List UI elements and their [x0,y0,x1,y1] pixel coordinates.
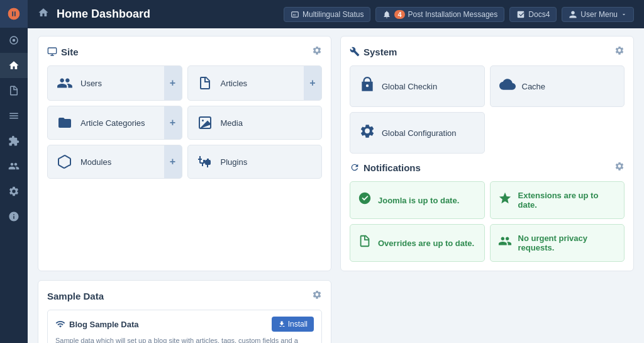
sidebar [0,0,28,343]
sample-data-gear[interactable] [312,290,322,302]
modules-icon [55,154,74,169]
sample-item-title: Blog Sample Data [55,319,139,329]
articles-icon [196,76,214,91]
topbar-home-icon [38,7,49,21]
notif-privacy-label: No urgent privacy requests. [518,233,617,252]
tile-users[interactable]: Users + [47,65,182,101]
monitor-icon [47,47,57,57]
tile-plugins[interactable]: Plugins [187,145,323,179]
svg-point-1 [13,39,16,42]
tile-global-checkin-label: Global Checkin [382,82,437,91]
wifi-icon [55,319,65,329]
notif-joomla-label: Joomla is up to date. [378,196,459,205]
tile-modules[interactable]: Modules + [47,145,182,179]
docs-button[interactable]: Docs4 [509,7,557,22]
users-icon [55,75,74,91]
tile-article-categories-label: Article Categories [80,118,145,128]
plugins-icon [196,154,214,169]
topbar: Home Dashboard AB Multilingual Status 4 … [28,0,644,28]
svg-text:AB: AB [293,13,297,16]
overrides-uptodate-icon [358,234,372,252]
user-menu-button[interactable]: User Menu [562,7,634,22]
notif-overrides-label: Overrides are up to date. [378,239,474,248]
notif-joomla[interactable]: Joomla is up to date. [350,181,485,219]
notif-extensions[interactable]: Extensions are up to date. [490,181,625,219]
system-panel-header: System [350,45,625,58]
multilingual-status-button[interactable]: AB Multilingual Status [284,7,370,22]
tile-articles[interactable]: Articles + [187,65,323,101]
cache-icon [499,76,516,96]
sidebar-item-info[interactable] [0,204,28,229]
tile-users-label: Users [80,79,102,88]
site-panel-gear[interactable] [312,45,322,58]
sidebar-item-toggle[interactable] [0,28,28,53]
tile-cache-label: Cache [522,82,546,91]
article-categories-icon [55,115,74,130]
tile-global-checkin[interactable]: Global Checkin [350,65,485,107]
sample-data-panel: Sample Data Blog Sample Data Install [38,280,331,343]
sidebar-item-system[interactable] [0,179,28,204]
privacy-icon [498,234,512,252]
tile-articles-label: Articles [221,79,248,88]
global-config-icon [359,123,375,143]
sample-desc: Sample data which will set up a blog sit… [55,335,314,343]
tile-media-label: Media [221,118,243,128]
notif-extensions-label: Extensions are up to date. [518,191,617,210]
notifications-header: Notifications [350,161,625,174]
svg-point-6 [202,120,204,121]
extensions-uptodate-icon [498,191,512,209]
tile-article-categories-add[interactable]: + [164,106,182,139]
multilingual-label: Multilingual Status [303,10,364,19]
content-grid: Site Users + [28,28,644,343]
notification-badge: 4 [394,10,404,19]
sample-data-title: Sample Data [47,291,104,301]
wrench-icon [350,47,360,57]
sidebar-item-users[interactable] [0,154,28,179]
post-installation-button[interactable]: 4 Post Installation Messages [375,7,504,22]
tile-modules-label: Modules [80,157,111,167]
install-icon [278,320,286,328]
user-menu-label: User Menu [580,10,618,19]
notifications-section: Notifications Joomla is up to date. [350,161,625,262]
system-panel-gear[interactable] [614,45,625,58]
sidebar-logo[interactable] [0,0,28,28]
tile-article-categories[interactable]: Article Categories + [47,106,182,140]
notifications-gear[interactable] [614,161,625,174]
media-icon [196,115,214,130]
tile-plugins-label: Plugins [221,157,248,167]
sidebar-item-menus[interactable] [0,103,28,128]
blog-sample-data-item: Blog Sample Data Install Sample data whi… [47,310,322,343]
sidebar-item-content[interactable] [0,78,28,103]
site-tiles-grid: Users + Articles + Article Categorie [47,65,322,179]
system-panel: System Global Checkin [340,36,634,271]
sidebar-item-home[interactable] [0,53,28,78]
tile-articles-add[interactable]: + [304,66,321,100]
tile-global-config[interactable]: Global Configuration [350,112,485,154]
svg-rect-4 [48,48,56,53]
refresh-icon [350,162,360,172]
system-panel-title: System [350,47,397,57]
site-panel: Site Users + [38,36,331,271]
notifications-grid: Joomla is up to date. Extensions are up … [350,181,625,262]
system-tiles-grid: Global Checkin Cache Global Configuratio… [350,65,625,154]
sample-data-panel-header: Sample Data [47,290,322,302]
sample-item-header: Blog Sample Data Install [55,317,314,332]
notifications-label: Post Installation Messages [408,10,498,19]
notifications-title: Notifications [350,162,421,173]
site-panel-title: Site [47,47,79,57]
site-panel-header: Site [47,45,322,58]
tile-cache[interactable]: Cache [490,65,625,107]
install-button[interactable]: Install [272,317,314,332]
notif-privacy[interactable]: No urgent privacy requests. [490,224,625,262]
tile-media[interactable]: Media [187,106,323,140]
tile-global-config-label: Global Configuration [382,128,457,138]
sidebar-item-extensions[interactable] [0,128,28,154]
global-checkin-icon [359,76,375,96]
docs-label: Docs4 [528,10,550,19]
notif-overrides[interactable]: Overrides are up to date. [350,224,485,262]
page-title: Home Dashboard [57,8,279,21]
tile-users-add[interactable]: + [164,66,182,100]
joomla-uptodate-icon [358,191,372,209]
main-area: Home Dashboard AB Multilingual Status 4 … [28,0,644,343]
tile-modules-add[interactable]: + [164,145,182,178]
